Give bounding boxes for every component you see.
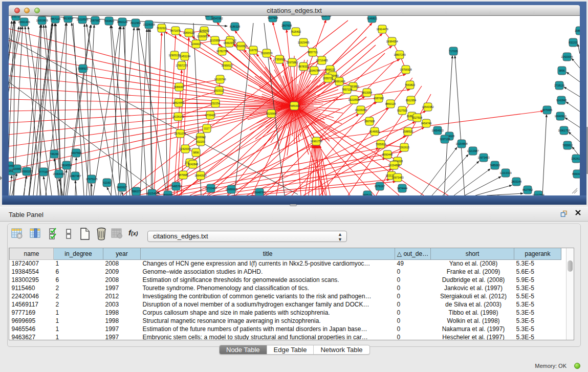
svg-text:16640910: 16640910 [554,115,566,118]
svg-text:2867608: 2867608 [281,24,292,27]
svg-text:7886372: 7886372 [131,190,141,193]
svg-text:8813054: 8813054 [63,17,73,20]
svg-text:8427552: 8427552 [522,188,533,191]
svg-text:8471676: 8471676 [170,29,181,32]
svg-text:14136141: 14136141 [172,115,184,118]
svg-text:7857224: 7857224 [342,88,352,91]
svg-text:9327505: 9327505 [397,109,407,112]
svg-text:15751074: 15751074 [174,132,186,135]
svg-text:15226058: 15226058 [355,108,366,112]
svg-text:9146821: 9146821 [367,17,377,20]
svg-text:7955812: 7955812 [376,143,386,146]
svg-text:9245652: 9245652 [199,29,209,32]
svg-text:9115460: 9115460 [9,164,14,167]
svg-text:717005: 717005 [449,50,458,53]
svg-text:15226058: 15226058 [143,23,155,26]
svg-text:9084067: 9084067 [174,85,184,89]
svg-text:9327508: 9327508 [412,116,422,119]
svg-text:2935114: 2935114 [362,193,373,195]
svg-text:17359924: 17359924 [273,58,285,61]
svg-text:16782759: 16782759 [216,50,228,53]
svg-text:15692971: 15692971 [223,41,235,45]
svg-text:2055721: 2055721 [323,77,333,80]
svg-text:2803144: 2803144 [511,180,521,183]
svg-text:16053809: 16053809 [36,19,48,22]
svg-text:8454749: 8454749 [421,122,431,125]
svg-text:20206576: 20206576 [260,52,272,55]
svg-text:1244413: 1244413 [191,42,201,46]
svg-text:20364436: 20364436 [53,172,64,176]
svg-text:1733426: 1733426 [205,114,215,117]
svg-text:12213319: 12213319 [499,171,511,174]
svg-text:9875685: 9875685 [178,173,188,177]
svg-text:3824554: 3824554 [61,164,72,167]
svg-text:11451194: 11451194 [179,55,190,58]
svg-text:832203: 832203 [569,41,577,44]
svg-text:9896: 9896 [559,69,565,72]
svg-text:16961758: 16961758 [310,140,322,143]
svg-text:3215955: 3215955 [210,39,220,42]
svg-text:17016504: 17016504 [235,45,247,48]
svg-text:16154808: 16154808 [388,164,400,167]
svg-text:2867608: 2867608 [364,120,375,123]
svg-text:17957275: 17957275 [176,64,187,67]
svg-text:15716485: 15716485 [316,59,328,62]
svg-text:1588520: 1588520 [575,29,580,32]
svg-text:15720407: 15720407 [205,187,216,190]
svg-text:1117: 1117 [204,127,210,130]
svg-text:7625402: 7625402 [291,30,301,33]
svg-text:6379197: 6379197 [375,185,385,188]
svg-text:19218506: 19218506 [348,98,360,101]
svg-text:8990448: 8990448 [382,153,393,156]
svg-text:5958923: 5958923 [78,67,88,70]
svg-text:832203: 832203 [196,140,205,143]
svg-text:9875685: 9875685 [542,108,552,112]
svg-text:9327508: 9327508 [268,16,278,19]
svg-text:8912954: 8912954 [406,99,416,102]
svg-text:10807487: 10807487 [69,174,81,178]
svg-text:19384554: 19384554 [386,40,398,43]
svg-text:8454749: 8454749 [321,16,331,17]
svg-text:5498222: 5498222 [325,68,335,71]
svg-text:2087682: 2087682 [90,19,100,22]
svg-text:746266: 746266 [50,152,58,156]
svg-text:8912954: 8912954 [130,21,141,25]
svg-text:2718126: 2718126 [554,84,564,87]
svg-text:252254: 252254 [211,102,220,105]
svg-text:16648784: 16648784 [253,191,265,194]
svg-text:3267130: 3267130 [440,138,450,141]
svg-text:10973493: 10973493 [477,156,489,159]
svg-text:18524851: 18524851 [172,101,184,104]
svg-text:8860124: 8860124 [117,20,127,24]
svg-text:8186328: 8186328 [230,25,240,28]
svg-text:7485063: 7485063 [289,104,299,107]
svg-text:9777169: 9777169 [38,170,49,173]
svg-text:9463627: 9463627 [117,186,127,189]
svg-text:9329966: 9329966 [266,112,276,115]
svg-text:1615112: 1615112 [214,89,224,92]
svg-text:7663822: 7663822 [104,19,114,23]
svg-text:2087682: 2087682 [374,97,384,100]
svg-text:17975115: 17975115 [86,178,98,181]
svg-text:9242848: 9242848 [188,163,198,166]
svg-text:7955812: 7955812 [562,144,573,147]
svg-text:15495768: 15495768 [170,185,182,188]
svg-text:16961758: 16961758 [558,129,570,132]
svg-text:22420046: 22420046 [561,55,573,58]
svg-text:9146821: 9146821 [369,130,380,133]
svg-text:16543382: 16543382 [211,17,223,20]
svg-text:18807249: 18807249 [394,53,405,56]
svg-text:20691406: 20691406 [333,80,345,83]
svg-text:16543382: 16543382 [422,105,433,108]
svg-text:9242848: 9242848 [556,99,567,102]
svg-text:12093872: 12093872 [197,35,208,38]
svg-text:10973493: 10973493 [391,176,403,179]
svg-text:12905135: 12905135 [168,54,180,57]
svg-text:10654112: 10654112 [183,31,195,34]
svg-text:9899695: 9899695 [163,193,173,195]
svg-text:9896: 9896 [193,151,199,154]
svg-text:8990448: 8990448 [572,172,580,176]
svg-text:10120746: 10120746 [214,78,226,81]
svg-text:10025458: 10025458 [146,192,158,195]
svg-text:62160: 62160 [103,181,111,184]
